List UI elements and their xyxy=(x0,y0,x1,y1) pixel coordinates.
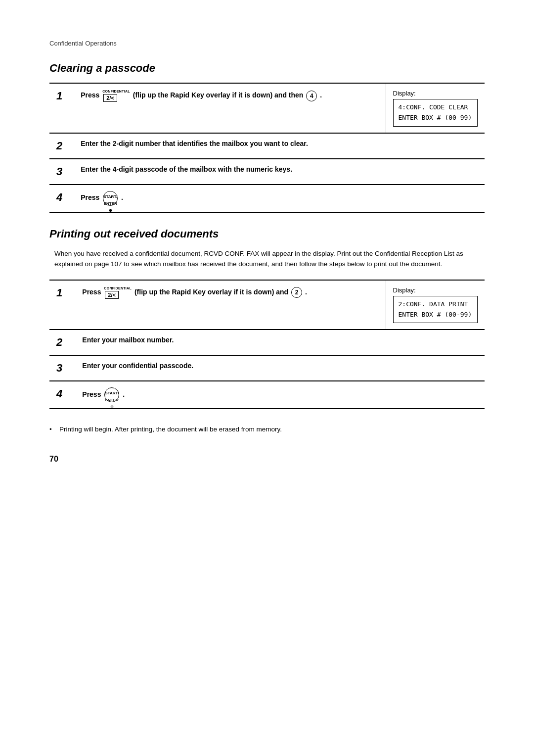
step-number: 4 xyxy=(49,185,74,212)
step-number: 3 xyxy=(49,159,74,185)
display-line2: ENTER BOX # (00-99) xyxy=(399,114,472,121)
step-number: 4 xyxy=(49,381,75,409)
clearing-passcode-title: Clearing a passcode xyxy=(49,62,485,75)
step1-text-middle: (flip up the Rapid Key overlay if it is … xyxy=(133,91,305,99)
step-content: Enter the 4-digit passcode of the mailbo… xyxy=(74,159,485,185)
step-content: Enter the 2-digit number that identifies… xyxy=(74,133,485,159)
step-content: Press CONFIDENTIAL 2/< (flip up the Rapi… xyxy=(75,280,386,330)
press-label: Press xyxy=(82,390,101,398)
display-label: Display: xyxy=(393,90,478,97)
period: . xyxy=(305,288,307,296)
display-label: Display: xyxy=(393,286,478,294)
page-label: Confidential Operations xyxy=(49,40,485,47)
step-number: 2 xyxy=(49,330,75,355)
table-row: 1 Press CONFIDENTIAL 2/< (flip up the Ra… xyxy=(49,83,485,133)
table-row: 2 Enter the 2-digit number that identifi… xyxy=(49,133,485,159)
period: . xyxy=(121,193,123,201)
display-box: 4:CONF. CODE CLEAR ENTER BOX # (00-99) xyxy=(393,99,478,127)
display-line1: 4:CONF. CODE CLEAR xyxy=(399,103,468,111)
clearing-passcode-table: 1 Press CONFIDENTIAL 2/< (flip up the Ra… xyxy=(49,83,485,213)
step2-text: Enter your mailbox number. xyxy=(82,336,174,344)
display-cell: Display: 2:CONF. DATA PRINT ENTER BOX # … xyxy=(386,280,485,330)
table-row: 3 Enter the 4-digit passcode of the mail… xyxy=(49,159,485,185)
period: . xyxy=(123,390,125,398)
confidential-key: CONFIDENTIAL 2/< xyxy=(104,286,132,299)
step2-text: Enter the 2-digit number that identifies… xyxy=(81,140,308,147)
step-content: Press CONFIDENTIAL 2/< (flip up the Rapi… xyxy=(74,83,386,133)
confidential-key-label: CONFIDENTIAL xyxy=(104,286,132,290)
press-label: Press xyxy=(82,288,101,296)
step-number: 2 xyxy=(49,133,74,159)
table-row: 4 Press START/ENTER⊕ . xyxy=(49,381,485,409)
confidential-key: CONFIDENTIAL 2/< xyxy=(102,90,130,102)
step-content: Enter your confidential passcode. xyxy=(75,355,485,381)
key-button: 2/< xyxy=(105,291,119,299)
start-enter-key: START/ENTER⊕ xyxy=(103,191,118,206)
table-row: 1 Press CONFIDENTIAL 2/< (flip up the Ra… xyxy=(49,280,485,330)
start-enter-key: START/ENTER⊕ xyxy=(104,387,119,402)
press-label: Press xyxy=(81,91,99,99)
key-button: 2/< xyxy=(103,94,117,102)
printing-description: When you have received a confidential do… xyxy=(49,248,485,270)
confidential-key-label: CONFIDENTIAL xyxy=(102,90,130,93)
display-box: 2:CONF. DATA PRINT ENTER BOX # (00-99) xyxy=(393,296,478,324)
printing-docs-table: 1 Press CONFIDENTIAL 2/< (flip up the Ra… xyxy=(49,280,485,410)
step-number: 3 xyxy=(49,355,75,381)
step-number: 1 xyxy=(49,83,74,133)
period: . xyxy=(320,91,322,99)
press-label: Press xyxy=(81,193,99,201)
step-number: 1 xyxy=(49,280,75,330)
display-cell: Display: 4:CONF. CODE CLEAR ENTER BOX # … xyxy=(386,83,485,133)
table-row: 3 Enter your confidential passcode. xyxy=(49,355,485,381)
display-line1: 2:CONF. DATA PRINT xyxy=(399,300,468,308)
step1-text-middle: (flip up the Rapid Key overlay if it is … xyxy=(134,288,290,296)
table-row: 4 Press START/ENTER⊕ . xyxy=(49,185,485,212)
bullet-note: Printing will begin. After printing, the… xyxy=(49,424,485,435)
table-row: 2 Enter your mailbox number. xyxy=(49,330,485,355)
step3-text: Enter the 4-digit passcode of the mailbo… xyxy=(81,165,292,173)
page-number: 70 xyxy=(49,455,485,464)
step-content: Press START/ENTER⊕ . xyxy=(74,185,485,212)
circle-2: 2 xyxy=(291,287,302,298)
display-line2: ENTER BOX # (00-99) xyxy=(399,311,472,318)
circle-4: 4 xyxy=(306,91,317,101)
step3-text: Enter your confidential passcode. xyxy=(82,362,193,370)
step-content: Enter your mailbox number. xyxy=(75,330,485,355)
step-content: Press START/ENTER⊕ . xyxy=(75,381,485,409)
printing-docs-title: Printing out received documents xyxy=(49,228,485,240)
